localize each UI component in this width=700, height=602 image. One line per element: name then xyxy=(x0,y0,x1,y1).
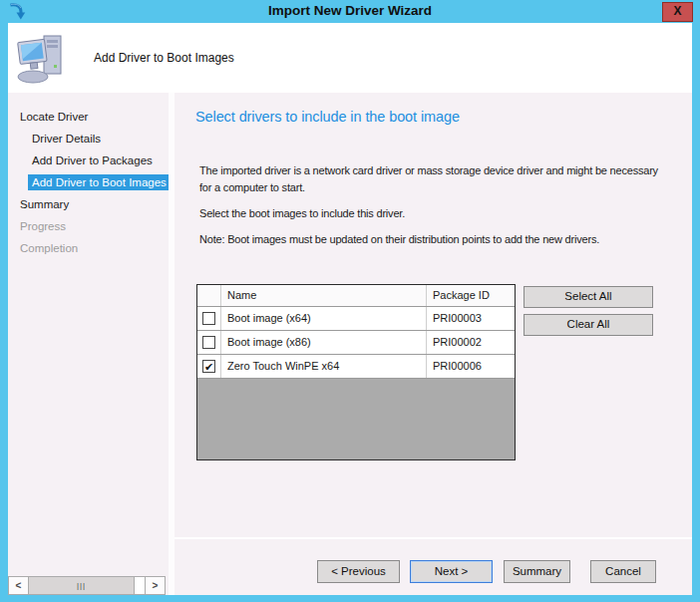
row-checkbox[interactable] xyxy=(202,312,215,325)
titlebar: Import New Driver Wizard X xyxy=(0,0,700,23)
sidebar-item-completion: Completion xyxy=(8,237,169,259)
row-package-id: PRI00006 xyxy=(427,355,515,378)
cancel-button[interactable]: Cancel xyxy=(590,560,656,583)
row-name: Boot image (x86) xyxy=(221,331,427,354)
checkbox-column-header xyxy=(197,285,221,306)
sidebar-item-add-driver-to-packages[interactable]: Add Driver to Packages xyxy=(8,150,169,171)
window-title: Import New Driver Wizard xyxy=(0,3,700,18)
page-title: Select drivers to include in the boot im… xyxy=(195,109,460,125)
intro-paragraph: The imported driver is a network card dr… xyxy=(199,162,692,196)
boot-images-table: Name Package ID Boot image (x64) PRI0000… xyxy=(196,284,516,460)
table-row[interactable]: ✔ Zero Touch WinPE x64 PRI00006 xyxy=(197,355,515,379)
wizard-header: Add Driver to Boot Images xyxy=(8,23,692,93)
note-text: Note: Boot images must be updated on the… xyxy=(199,231,692,248)
next-button[interactable]: Next > xyxy=(410,560,493,583)
row-checkbox[interactable]: ✔ xyxy=(202,360,215,373)
table-row[interactable]: Boot image (x86) PRI00002 xyxy=(197,331,515,355)
clear-all-button[interactable]: Clear All xyxy=(524,314,653,336)
scroll-left-icon[interactable]: < xyxy=(9,577,29,594)
footer-divider xyxy=(175,537,692,539)
summary-button[interactable]: Summary xyxy=(504,560,570,583)
intro-paragraph-line1: The imported driver is a network card dr… xyxy=(199,162,692,179)
intro-paragraph-line2: for a computer to start. xyxy=(199,179,692,196)
previous-button[interactable]: < Previous xyxy=(317,560,400,583)
table-row[interactable]: Boot image (x64) PRI00003 xyxy=(197,307,515,331)
select-all-button[interactable]: Select All xyxy=(524,286,653,308)
sidebar-item-driver-details[interactable]: Driver Details xyxy=(8,128,169,150)
sidebar-item-summary[interactable]: Summary xyxy=(8,193,169,215)
row-package-id: PRI00002 xyxy=(427,331,515,354)
wizard-body: Locate Driver Driver Details Add Driver … xyxy=(8,93,692,595)
scrollbar-track[interactable] xyxy=(135,577,145,594)
import-new-driver-wizard-window: { "window": { "title": "Import New Drive… xyxy=(0,0,700,602)
row-name: Zero Touch WinPE x64 xyxy=(221,355,427,378)
sidebar-item-locate-driver[interactable]: Locate Driver xyxy=(8,106,169,128)
package-id-column-header: Package ID xyxy=(427,285,515,306)
scroll-right-icon[interactable]: > xyxy=(145,577,165,594)
select-instruction-text: Select the boot images to include this d… xyxy=(199,205,692,222)
header-title: Add Driver to Boot Images xyxy=(94,51,234,65)
scrollbar-thumb[interactable]: ||| xyxy=(29,577,135,594)
sidebar-item-progress: Progress xyxy=(8,215,169,237)
computer-icon xyxy=(16,31,68,85)
name-column-header: Name xyxy=(221,285,427,306)
row-name: Boot image (x64) xyxy=(221,307,427,330)
row-package-id: PRI00003 xyxy=(427,307,515,330)
sidebar-item-add-driver-to-boot-images[interactable]: Add Driver to Boot Images xyxy=(28,174,169,190)
sidebar-horizontal-scrollbar[interactable]: < ||| > xyxy=(8,576,166,595)
wizard-content: Select drivers to include in the boot im… xyxy=(175,93,692,595)
row-checkbox[interactable] xyxy=(202,336,215,349)
table-header-row: Name Package ID xyxy=(197,285,515,307)
close-button[interactable]: X xyxy=(662,2,693,22)
wizard-steps-sidebar: Locate Driver Driver Details Add Driver … xyxy=(8,93,169,595)
